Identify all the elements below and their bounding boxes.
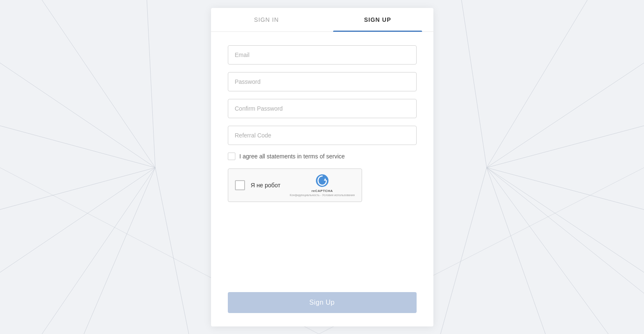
terms-label[interactable]: I agree all statements in terms of servi… (240, 153, 345, 160)
svg-line-5 (84, 168, 155, 334)
signup-button[interactable]: Sign Up (228, 292, 417, 313)
svg-line-18 (487, 168, 644, 293)
svg-line-11 (487, 168, 644, 210)
auth-tabs: SIGN IN SIGN UP (211, 8, 433, 32)
svg-line-16 (441, 168, 487, 334)
svg-line-0 (0, 63, 155, 168)
tab-signup[interactable]: SIGN UP (322, 8, 433, 31)
password-group (228, 72, 417, 91)
referral-code-input[interactable] (228, 126, 417, 145)
svg-line-7 (155, 168, 189, 334)
svg-line-9 (487, 63, 644, 168)
recaptcha-logo-icon (315, 174, 329, 187)
tab-signin[interactable]: SIGN IN (211, 8, 322, 31)
email-group (228, 45, 417, 65)
signup-form: I agree all statements in terms of servi… (211, 32, 433, 326)
referral-code-group (228, 126, 417, 145)
svg-line-10 (487, 126, 644, 168)
password-input[interactable] (228, 72, 417, 91)
svg-line-3 (0, 168, 155, 272)
svg-line-14 (487, 168, 545, 334)
svg-line-17 (487, 168, 608, 334)
svg-line-1 (0, 126, 155, 168)
svg-line-2 (0, 168, 155, 210)
recaptcha-branding: reCAPTCHA Конфиденциальность - Условия и… (290, 174, 355, 197)
confirm-password-input[interactable] (228, 99, 417, 118)
svg-line-13 (487, 0, 587, 168)
svg-line-15 (461, 0, 487, 168)
recaptcha-brand-text: reCAPTCHA (311, 189, 333, 193)
recaptcha-label: Я не робот (251, 182, 286, 189)
svg-line-4 (42, 0, 155, 168)
recaptcha-widget[interactable]: Я не робот reCAPTCHA Конфиденциальность … (228, 168, 362, 202)
recaptcha-sub-text: Конфиденциальность - Условия использован… (290, 194, 355, 197)
terms-row: I agree all statements in terms of servi… (228, 153, 417, 160)
svg-line-12 (487, 168, 644, 272)
spacer (228, 210, 417, 288)
terms-checkbox[interactable] (228, 153, 235, 160)
confirm-password-group (228, 99, 417, 118)
auth-card: SIGN IN SIGN UP I agree all statements i… (211, 8, 433, 326)
svg-line-6 (147, 0, 155, 168)
svg-line-8 (42, 168, 155, 334)
recaptcha-checkbox[interactable] (235, 180, 245, 190)
email-input[interactable] (228, 45, 417, 65)
